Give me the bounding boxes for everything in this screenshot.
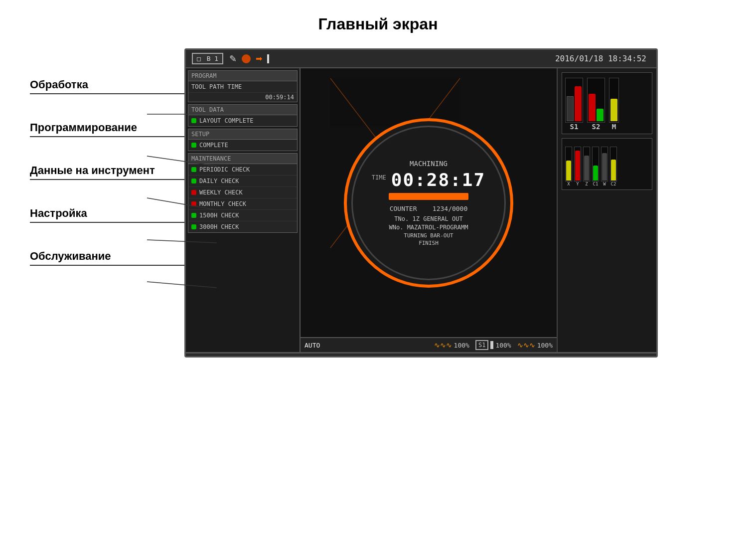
axis-z: Z: [585, 181, 588, 186]
bar-z: [584, 156, 589, 180]
tool-path-time-row: 00:59:14: [188, 93, 297, 102]
daily-dot: [191, 179, 196, 183]
cnc-icons: ✎ ➡: [229, 53, 269, 64]
cnc-top-left: □ B 1 ✎ ➡: [192, 53, 269, 64]
bar-s2-red: [589, 94, 596, 121]
tool-path-label: TOOL PATH TIME: [191, 83, 242, 90]
1500h-dot: [191, 213, 196, 218]
periodic-dot: [191, 167, 196, 172]
cnc-top-bar: □ B 1 ✎ ➡ 2016/01/18 18:34:52: [186, 50, 656, 68]
arrow-icon: ➡: [256, 54, 262, 63]
label-processing: Обработка: [30, 78, 184, 94]
maintenance-section: MAINTENANCE PERIODIC CHECK DAILY CHECK W…: [188, 153, 298, 233]
cnc-display: □ B 1 ✎ ➡ 2016/01/18 18:34:52: [184, 48, 658, 358]
tool-path-item: TOOL PATH TIME: [188, 81, 297, 93]
setup-complete-label: COMPLETE: [199, 142, 228, 149]
label-setup: Настройка: [30, 207, 184, 223]
bar-w: [602, 153, 607, 180]
bar-c1: [593, 166, 598, 180]
cnc-funckeys: MACHIN-ING▼ PROGRAM▼ TOOLDATA▼ SETUP▼ MA…: [186, 352, 656, 358]
daily-label: DAILY CHECK: [199, 178, 239, 184]
spindle-s1-bar: [490, 341, 493, 349]
wave-icon-2: ∿∿∿: [517, 341, 535, 349]
label-maintenance-text: Обслуживание: [30, 250, 184, 263]
layout-complete-item: LAYOUT COMPLETE: [188, 115, 297, 126]
mode-indicator: □ B 1: [192, 53, 223, 64]
periodic-label: PERIODIC CHECK: [199, 166, 250, 173]
cnc-left-panel: PROGRAM TOOL PATH TIME 00:59:14 TOOL DAT…: [186, 68, 301, 352]
program-section: PROGRAM TOOL PATH TIME 00:59:14: [188, 70, 298, 102]
cnc-center: MACHINING TIME 00:28:17 COUNTER 1234/000…: [301, 68, 557, 352]
weekly-label: WEEKLY CHECK: [199, 189, 243, 196]
axis-y: Y: [576, 181, 579, 186]
label-setup-text: Настройка: [30, 207, 184, 220]
gauge-circle: MACHINING TIME 00:28:17 COUNTER 1234/000…: [344, 118, 513, 288]
monthly-label: MONTHLY CHECK: [199, 200, 246, 207]
bar-s2-green: [597, 109, 604, 121]
1500h-label: 1500H CHECK: [199, 212, 239, 219]
cnc-datetime: 2016/01/18 18:34:52: [551, 53, 650, 64]
spindle-pct-3: 100%: [537, 342, 553, 349]
spindle-pct-2: 100%: [495, 342, 511, 349]
weekly-dot: [191, 190, 196, 195]
daily-check-item[interactable]: DAILY CHECK: [188, 176, 297, 187]
tool-path-time: 00:59:14: [265, 94, 294, 101]
spindle-pct-1: 100%: [454, 342, 469, 349]
setup-complete-item: COMPLETE: [188, 140, 297, 151]
gauge-inner-ring: [351, 126, 506, 280]
setup-section: SETUP COMPLETE: [188, 129, 298, 151]
label-tool-data: Данные на инструмент: [30, 164, 184, 180]
3000h-check-item[interactable]: 3000H CHECK: [188, 221, 297, 232]
spindle-wave-1: ∿∿∿ 100%: [434, 341, 469, 349]
bar-x: [566, 161, 571, 180]
bar-s1-left: [567, 96, 574, 121]
3000h-label: 3000H CHECK: [199, 223, 239, 230]
program-header: PROGRAM: [188, 71, 297, 81]
bar-icon: [267, 54, 269, 63]
setup-header: SETUP: [188, 129, 297, 140]
maintenance-header: MAINTENANCE: [188, 154, 297, 164]
axis-c2: C2: [611, 181, 616, 186]
spindle-info: ∿∿∿ 100% S1 100% ∿∿∿ 100%: [434, 340, 553, 350]
label-programming-text: Программирование: [30, 121, 184, 134]
auto-label: AUTO: [304, 342, 320, 349]
cnc-body: PROGRAM TOOL PATH TIME 00:59:14 TOOL DAT…: [186, 68, 656, 352]
periodic-check-item[interactable]: PERIODIC CHECK: [188, 164, 297, 176]
bar-s1-red: [575, 86, 582, 121]
gauge-area: MACHINING TIME 00:28:17 COUNTER 1234/000…: [301, 68, 557, 337]
monthly-dot: [191, 201, 196, 206]
cnc-bottom-bar: AUTO ∿∿∿ 100% S1 100%: [301, 337, 557, 352]
spindle-wave-2: ∿∿∿ 100%: [517, 341, 553, 349]
weekly-check-item[interactable]: WEEKLY CHECK: [188, 187, 297, 198]
wave-icon-1: ∿∿∿: [434, 341, 452, 349]
1500h-check-item[interactable]: 1500H CHECK: [188, 210, 297, 221]
label-programming: Программирование: [30, 121, 184, 137]
axis-x: X: [567, 181, 570, 186]
axis-w: W: [603, 181, 605, 186]
tool-data-section: TOOL DATA LAYOUT COMPLETE: [188, 104, 298, 127]
bar-label-m: M: [612, 123, 616, 131]
page-title: Главный экран: [0, 0, 756, 43]
labels-column: Обработка Программирование Данные на инс…: [30, 48, 184, 358]
layout-dot: [191, 118, 196, 123]
3000h-dot: [191, 224, 196, 229]
status-dot-icon: [242, 54, 251, 63]
bar-m-yellow: [610, 99, 617, 121]
spindle-s1-icon: S1: [475, 340, 488, 350]
setup-dot: [191, 143, 196, 148]
label-processing-text: Обработка: [30, 78, 184, 91]
spindle-s1: S1 100%: [475, 340, 511, 350]
funckey-tool-data[interactable]: TOOLDATA▼: [262, 357, 297, 358]
label-maintenance: Обслуживание: [30, 250, 184, 266]
edit-icon[interactable]: ✎: [229, 53, 237, 64]
monthly-check-item[interactable]: MONTHLY CHECK: [188, 198, 297, 210]
bar-label-s2: S2: [592, 123, 601, 131]
label-tool-data-text: Данные на инструмент: [30, 164, 184, 177]
funckey-machining[interactable]: MACHIN-ING▼: [188, 357, 223, 358]
bar-y: [575, 151, 580, 180]
layout-complete-label: LAYOUT COMPLETE: [199, 117, 253, 124]
cnc-right-panel: S1 S2: [557, 68, 656, 352]
bar-c2: [611, 160, 616, 180]
mode-icon: □: [197, 55, 201, 62]
bar-label-s1: S1: [570, 123, 579, 131]
